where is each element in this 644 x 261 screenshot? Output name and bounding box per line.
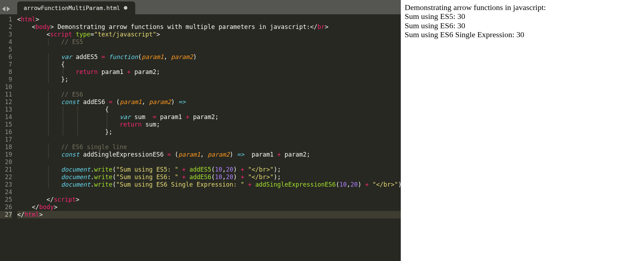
code-token: 20 [226,173,233,181]
code-token: " [94,31,98,38]
nav-forward-icon[interactable] [7,6,10,11]
code-token: ) [274,166,277,173]
code-token: write [94,173,112,181]
line-number: 11 [0,91,12,98]
code-token: ( [211,166,215,173]
code-token: ( [116,98,119,105]
line-number: 26 [0,203,12,211]
nav-back-icon[interactable] [2,6,5,11]
code-area[interactable]: 1234567891011121314151617181920212223242… [0,14,401,261]
code-token: < [32,23,35,30]
code-token: 20 [351,181,358,188]
code-token: document [61,173,91,181]
code-token: "</br>" [372,181,398,188]
code-token: write [94,181,112,188]
code-token: type [76,31,91,38]
code-token: ) [398,181,401,188]
line-number: 5 [0,46,12,53]
code-token: ) [274,173,277,181]
code-token: var [61,53,72,60]
code-token: { [105,106,109,113]
code-token [79,98,83,105]
code-token: ( [112,173,116,181]
preview-line: Demonstrating arrow functions in javascr… [405,3,640,12]
code-token: addSingleExpressionES6 [255,181,336,188]
line-number: 7 [0,61,12,68]
line-number: 16 [0,128,12,136]
code-token: + [361,181,372,188]
code-token: "Sum using ES6 Single Expression: " [116,181,244,188]
code-token: html [24,211,39,218]
code-token: < [47,31,50,38]
code-token: addES5 [76,53,98,60]
code-token: ) [233,166,237,173]
code-token: write [94,166,112,173]
code-token: body [35,23,50,30]
preview-line: Sum using ES6 Single Expression: 30 [405,30,640,39]
line-number: 15 [0,121,12,128]
line-number: 10 [0,83,12,91]
line-number: 13 [0,106,12,113]
code-token: = [145,113,160,120]
code-token: ) [230,151,233,158]
code-token: ; [277,166,281,173]
code-token: param1 [160,113,182,120]
code-token: </ [310,23,317,30]
file-tab[interactable]: arrowFunctionMultiParam.html [17,1,135,14]
code-token: </ [17,211,24,218]
code-token: param2 [149,98,171,105]
editor-pane: arrowFunctionMultiParam.html 12345678910… [0,0,401,261]
code-token [72,53,76,60]
line-number: 21 [0,166,12,173]
line-number: 12 [0,98,12,106]
code-token: param1 [101,68,123,75]
code-token: " [153,31,156,38]
code-token: </ [47,196,54,203]
code-token: param1 [178,151,200,158]
code-token: { [61,61,65,68]
line-number: 6 [0,53,12,61]
line-number: 1 [0,16,12,23]
code-token: > [156,31,160,38]
line-number: 3 [0,31,12,38]
line-number-gutter: 1234567891011121314151617181920212223242… [0,16,14,261]
code-token: sum [135,113,146,120]
code-token: return [76,68,98,75]
code-token: , [164,53,171,60]
code-content[interactable]: <html> <body> Demonstrating arrow functi… [14,16,401,261]
code-token: "</br>" [248,166,274,173]
code-token: param2 [208,151,229,158]
code-token: 10 [215,173,222,181]
code-token [248,151,252,158]
preview-line: Sum using ES5: 30 [405,12,640,21]
code-token: param1 [252,151,273,158]
code-token: "</br>" [248,173,274,181]
code-token: // ES6 [61,91,83,98]
code-token: "Sum using ES5: " [116,166,178,173]
code-token: ) [358,181,361,188]
code-token: = [105,98,116,105]
line-number: 4 [0,38,12,46]
code-token: const [61,98,79,105]
line-number: 20 [0,158,12,166]
code-token: ( [138,53,142,60]
code-token: ) [233,173,237,181]
code-token: param1 [120,98,142,105]
code-token: addSingleExpressionES6 [83,151,164,158]
line-number: 9 [0,76,12,83]
code-token: addES6 [83,98,105,105]
code-token: ( [112,181,116,188]
code-token: "Sum using ES6: " [116,173,178,181]
code-token: + [237,166,248,173]
code-token: // ES5 [61,38,83,45]
code-token: param2 [284,151,306,158]
code-token: sum [145,121,156,128]
line-number: 24 [0,188,12,196]
code-token: param1 [142,53,164,60]
line-number: 18 [0,143,12,151]
line-number: 8 [0,68,12,76]
line-number: 25 [0,196,12,203]
code-token: ( [211,173,215,181]
code-token: + [237,173,248,181]
code-token: , [347,181,350,188]
